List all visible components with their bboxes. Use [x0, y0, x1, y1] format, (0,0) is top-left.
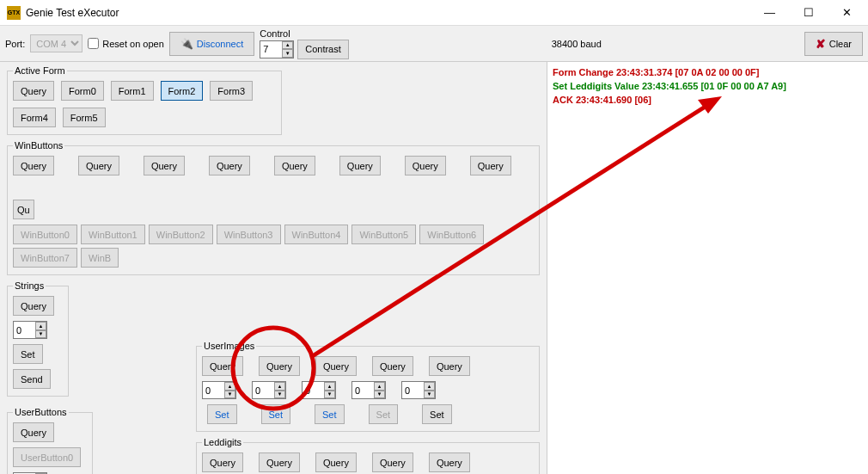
winbutton-query-3[interactable]: Query: [209, 156, 250, 175]
strings-group: Strings Query ▲▼ Set Send: [7, 280, 69, 397]
log-line-1: Form Change 23:43:31.374 [07 0A 02 00 00…: [553, 65, 863, 79]
userbutton-0[interactable]: UserButton0: [13, 447, 81, 467]
winbutton-query-8[interactable]: Qu: [13, 200, 34, 219]
port-select[interactable]: COM 4: [30, 34, 83, 52]
leddigits-query-4[interactable]: Query: [429, 452, 470, 472]
userimages-set-0[interactable]: Set: [207, 404, 237, 424]
active-form-group: Active Form Query Form0 Form1 Form2 Form…: [7, 65, 282, 135]
tab-form4[interactable]: Form4: [13, 108, 56, 127]
contrast-button[interactable]: Contrast: [297, 40, 349, 59]
userimages-val-3[interactable]: ▲▼: [351, 381, 386, 399]
userimages-val-2[interactable]: ▲▼: [302, 381, 336, 399]
userimages-query-3[interactable]: Query: [372, 356, 413, 376]
userimages-val-0[interactable]: ▲▼: [202, 381, 236, 399]
userimages-query-2[interactable]: Query: [315, 356, 357, 376]
tab-form1[interactable]: Form1: [111, 81, 154, 101]
userimages-group: UserImages Query Query Query Query Query…: [196, 341, 540, 432]
app-icon: GTX: [7, 6, 21, 20]
winbutton-query-7[interactable]: Query: [470, 156, 511, 175]
disconnect-button[interactable]: Disconnect: [169, 32, 254, 56]
winbutton-0[interactable]: WinButton0: [13, 225, 77, 244]
winbutton-8[interactable]: WinB: [81, 248, 119, 268]
winbutton-query-6[interactable]: Query: [405, 156, 446, 175]
userimages-set-1[interactable]: Set: [261, 404, 291, 424]
userimages-val-1[interactable]: ▲▼: [252, 381, 286, 399]
winbutton-2[interactable]: WinButton2: [149, 225, 213, 244]
leddigits-query-0[interactable]: Query: [202, 452, 243, 472]
winbuttons-group: WinButtons Query Query Query Query Query…: [7, 140, 540, 275]
leddigits-query-1[interactable]: Query: [259, 452, 300, 472]
winbutton-query-5[interactable]: Query: [339, 156, 381, 175]
reset-on-open[interactable]: Reset on open: [88, 38, 164, 49]
userbuttons-group: UserButtons Query UserButton0 ▲▼ Set Blo…: [7, 407, 93, 474]
winbutton-4[interactable]: WinButton4: [284, 225, 349, 244]
winbutton-3[interactable]: WinButton3: [217, 225, 281, 244]
close-button[interactable]: ✕: [828, 0, 866, 25]
winbutton-query-1[interactable]: Query: [78, 156, 119, 175]
plug-icon: [180, 38, 193, 50]
minimize-button[interactable]: —: [750, 0, 789, 25]
log-line-3: ACK 23:43:41.690 [06]: [553, 93, 863, 107]
strings-send[interactable]: Send: [13, 369, 51, 389]
userimages-set-3: Set: [369, 404, 399, 424]
leddigits-query-2[interactable]: Query: [315, 452, 357, 472]
reset-checkbox[interactable]: [88, 38, 99, 49]
baud-label: 38400 baud: [354, 39, 799, 49]
strings-query[interactable]: Query: [13, 296, 54, 316]
tab-form0[interactable]: Form0: [61, 81, 104, 101]
control-spinner[interactable]: ▲▼: [260, 40, 294, 58]
strings-set[interactable]: Set: [13, 344, 43, 364]
userimages-set-2[interactable]: Set: [315, 404, 345, 424]
userbuttons-query[interactable]: Query: [13, 422, 54, 442]
leddigits-query-3[interactable]: Query: [372, 452, 413, 472]
winbutton-1[interactable]: WinButton1: [81, 225, 145, 244]
port-label: Port:: [5, 39, 25, 49]
winbutton-query-2[interactable]: Query: [144, 156, 185, 175]
activeform-query[interactable]: Query: [13, 81, 54, 101]
clear-button[interactable]: ✘ Clear: [804, 32, 863, 56]
userimages-set-4[interactable]: Set: [422, 404, 452, 424]
winbutton-7[interactable]: WinButton7: [13, 248, 77, 268]
maximize-button[interactable]: ☐: [789, 0, 828, 25]
window-title: Genie Test eXecutor: [26, 7, 750, 19]
x-icon: ✘: [816, 37, 826, 51]
winbutton-query-4[interactable]: Query: [274, 156, 315, 175]
tab-form5[interactable]: Form5: [63, 108, 106, 127]
tab-form2[interactable]: Form2: [161, 81, 204, 101]
userimages-query-0[interactable]: Query: [202, 356, 243, 376]
strings-value[interactable]: ▲▼: [13, 321, 47, 339]
log-line-2: Set Leddigits Value 23:43:41.655 [01 0F …: [553, 79, 863, 93]
control-label: Control: [260, 28, 349, 39]
tab-form3[interactable]: Form3: [210, 81, 253, 101]
winbutton-6[interactable]: WinButton6: [419, 225, 484, 244]
userimages-query-1[interactable]: Query: [259, 356, 300, 376]
leddigits-group: Leddigits Query Query Query Query Query …: [196, 437, 540, 474]
winbutton-5[interactable]: WinButton5: [351, 225, 416, 244]
winbutton-query-0[interactable]: Query: [13, 156, 54, 175]
userimages-val-4[interactable]: ▲▼: [401, 381, 436, 399]
userimages-query-4[interactable]: Query: [429, 356, 470, 376]
log-panel: Form Change 23:43:31.374 [07 0A 02 00 00…: [547, 62, 868, 474]
